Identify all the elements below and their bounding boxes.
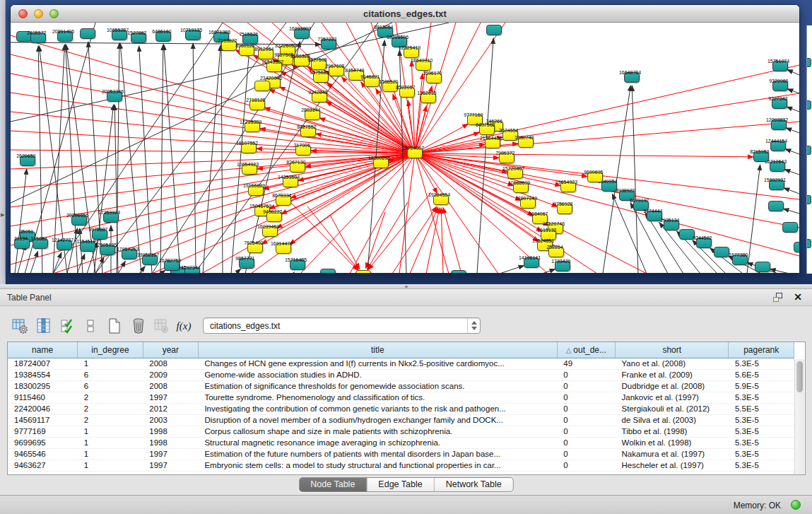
table-cell[interactable]: 19384554 — [8, 369, 78, 380]
table-row[interactable]: 1456911722003Disruption of a novel membe… — [8, 414, 794, 426]
table-cell[interactable]: 22420046 — [8, 403, 78, 414]
graph-node[interactable]: 16039469 — [262, 226, 278, 237]
graph-node[interactable]: 12325419 — [404, 47, 419, 58]
column-header[interactable]: year — [143, 342, 198, 358]
table-cell[interactable]: Tibbo et al. (1998) — [616, 426, 729, 437]
graph-node[interactable]: 9875685 — [313, 72, 329, 83]
table-cell[interactable]: Franke et al. (2009) — [616, 369, 729, 380]
table-scrollbar[interactable] — [794, 359, 804, 474]
graph-node[interactable]: 10719135 — [185, 30, 201, 40]
graph-node[interactable] — [80, 28, 95, 39]
column-header[interactable]: short — [616, 342, 729, 358]
window-titlebar[interactable]: citations_edges.txt — [11, 5, 799, 23]
graph-node[interactable]: 9827508 — [311, 59, 326, 70]
graph-node[interactable]: 8427552 — [300, 127, 316, 137]
table-cell[interactable]: 1 — [78, 437, 143, 448]
graph-node[interactable] — [355, 270, 371, 274]
graph-node[interactable]: 17359924 — [103, 212, 119, 223]
table-cell[interactable]: Dudbridge et al. (2008) — [616, 380, 729, 392]
panel-splitter[interactable] — [0, 284, 812, 289]
graph-node[interactable]: 7357223 — [321, 39, 336, 49]
graph-node[interactable]: 16543382 — [266, 62, 282, 72]
table-row[interactable]: 2242004622012Investigating the contribut… — [8, 403, 794, 414]
table-row[interactable]: 977716911998Corpus callosum shape and si… — [8, 426, 794, 437]
delete-table-icon[interactable] — [151, 316, 171, 336]
graph-node[interactable]: 1527862 — [131, 33, 146, 43]
tab-network-table[interactable]: Network Table — [435, 478, 513, 491]
table-cell[interactable]: de Silva et al. (2003) — [616, 414, 729, 426]
graph-node[interactable]: 2803144 — [305, 110, 320, 120]
table-cell[interactable]: 0 — [557, 437, 615, 448]
graph-node[interactable]: 9498222 — [266, 211, 282, 222]
graph-node[interactable]: 1696170 — [426, 73, 442, 83]
graph-node[interactable]: 9699695 — [587, 172, 603, 182]
graph-node[interactable] — [755, 262, 770, 272]
graph-node[interactable]: 7163822 — [221, 40, 237, 51]
table-cell[interactable]: Stergiakouli et al. (2012) — [616, 403, 729, 414]
table-row[interactable]: 1938455462009Genome-wide association stu… — [8, 369, 794, 380]
panel-collapse-arrow-icon[interactable]: ▶ — [1, 212, 4, 218]
table-cell[interactable]: 14569117 — [8, 414, 78, 426]
graph-node[interactable]: 16914479 — [276, 243, 291, 254]
graph-node[interactable]: 8522057 — [399, 87, 415, 98]
graph-node[interactable] — [806, 100, 811, 110]
table-cell[interactable]: 6 — [78, 369, 143, 380]
delete-columns-icon[interactable] — [129, 316, 148, 336]
graph-node[interactable]: 9244502 — [696, 238, 712, 248]
table-cell[interactable]: 1998 — [143, 426, 198, 437]
table-row[interactable]: 911546021997Tourette syndrome. Phenomeno… — [8, 392, 794, 403]
table-cell[interactable]: 2003 — [143, 414, 198, 426]
graph-node[interactable]: 19958167 — [142, 255, 158, 265]
column-header[interactable]: name — [8, 342, 78, 358]
graph-node[interactable] — [806, 239, 811, 248]
table-cell[interactable]: Corpus callosum shape and size in male p… — [198, 426, 557, 437]
graph-node[interactable] — [486, 25, 502, 35]
function-builder-icon[interactable]: f(x) — [174, 316, 194, 336]
graph-node[interactable]: 8912954 — [258, 49, 273, 59]
graph-node[interactable]: 9857771 — [239, 258, 254, 269]
table-cell[interactable]: 0 — [557, 460, 615, 471]
table-cell[interactable]: 1997 — [143, 448, 198, 460]
tab-node-table[interactable]: Node Table — [299, 478, 367, 491]
show-columns-icon[interactable] — [34, 316, 54, 336]
table-cell[interactable]: 2012 — [143, 403, 198, 414]
graph-node[interactable] — [806, 195, 811, 204]
graph-node[interactable]: 1677380 — [732, 255, 748, 265]
graph-node[interactable]: 16210643 — [770, 161, 785, 172]
graph-node[interactable]: 1840954 — [601, 181, 617, 192]
graph-node[interactable] — [320, 269, 336, 274]
table-cell[interactable]: 2009 — [143, 369, 198, 380]
table-cell[interactable]: Tourette syndrome. Phenomenology and cla… — [198, 392, 557, 403]
column-header[interactable]: △ out_de... — [557, 342, 615, 358]
graph-node[interactable] — [806, 146, 811, 155]
table-cell[interactable]: 5.3E-5 — [729, 392, 794, 403]
table-cell[interactable]: 0 — [557, 380, 615, 392]
graph-node[interactable]: 6486160 — [155, 31, 171, 42]
close-icon[interactable]: ✕ — [794, 291, 802, 303]
table-cell[interactable]: 0 — [557, 392, 615, 403]
graph-node[interactable]: 1362615 — [420, 93, 436, 103]
table-cell[interactable]: 0 — [557, 426, 615, 437]
table-row[interactable]: 946554611997Estimation of the future num… — [8, 448, 794, 460]
table-selector-dropdown[interactable]: citations_edges.txt — [203, 317, 481, 334]
table-cell[interactable]: 2 — [78, 403, 143, 414]
column-header[interactable]: pagerank — [729, 342, 794, 358]
graph-node[interactable]: 9329966 — [772, 81, 788, 91]
graph-node[interactable]: 15720407 — [507, 168, 523, 179]
float-window-icon[interactable] — [773, 293, 782, 302]
tab-edge-table[interactable]: Edge Table — [367, 478, 434, 491]
graph-node[interactable]: 18807249 — [520, 198, 536, 209]
table-row[interactable]: 1872400712008Changes of HCN gene express… — [8, 358, 794, 369]
table-cell[interactable]: 2 — [78, 414, 143, 426]
graph-node[interactable]: 15751074 — [772, 61, 788, 71]
graph-node[interactable]: 1080749 — [518, 137, 534, 148]
graph-node[interactable]: 6497568 — [479, 124, 495, 135]
graph-node[interactable] — [806, 58, 811, 67]
graph-node[interactable]: 16782759 — [164, 260, 180, 271]
table-cell[interactable]: Genome-wide association studies in ADHD. — [198, 369, 557, 380]
graph-node[interactable] — [714, 247, 729, 257]
graph-node[interactable]: 21364436 — [485, 138, 500, 148]
table-row[interactable]: 946362711997Embryonic stem cells: a mode… — [8, 460, 794, 471]
table-cell[interactable]: Nakamura et al. (1997) — [616, 448, 729, 460]
graph-hub-node[interactable]: 18724007 — [407, 148, 423, 158]
